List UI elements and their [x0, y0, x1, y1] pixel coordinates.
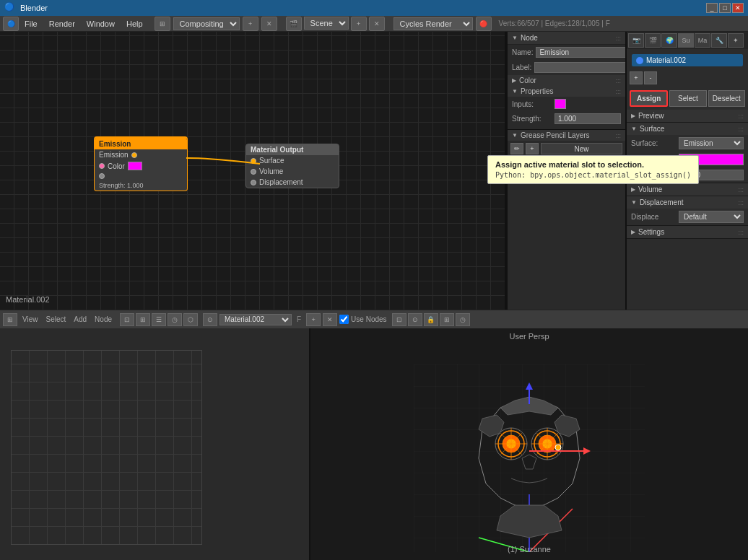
- minimize-button[interactable]: _: [706, 3, 718, 13]
- output-displacement-row: Displacement: [246, 177, 339, 188]
- remove-icon[interactable]: ✕: [323, 313, 337, 326]
- tab-world[interactable]: 🌍: [661, 33, 677, 48]
- emission-node-header: Emission: [95, 139, 187, 149]
- preview-collapse: ▶: [631, 113, 635, 119]
- strength-input-socket[interactable]: [99, 173, 105, 179]
- assign-button[interactable]: Assign: [630, 90, 668, 107]
- menu-bar: 🔵 File Render Window Help ⊞ Compositing …: [0, 16, 748, 32]
- app-title: Blender: [20, 4, 706, 12]
- node-section-title: Node: [521, 34, 538, 42]
- tab-object[interactable]: Su: [678, 33, 694, 48]
- displace-select[interactable]: Default: [679, 211, 744, 223]
- tab-constraints[interactable]: Ma: [695, 33, 710, 48]
- preview-section: ▶ Preview :::: [627, 110, 748, 123]
- add-scene[interactable]: +: [351, 17, 367, 31]
- node-editor[interactable]: Emission Emission Color Strength: 1.000 …: [0, 32, 506, 310]
- extra-icon5[interactable]: ◷: [456, 313, 470, 326]
- volume-header[interactable]: ▶ Volume :::: [627, 183, 748, 196]
- color-swatch[interactable]: [128, 162, 142, 170]
- menu-render[interactable]: Render: [43, 18, 81, 30]
- add-label[interactable]: Add: [71, 315, 90, 323]
- settings-header[interactable]: ▶ Settings :::: [627, 226, 748, 238]
- displacement-socket[interactable]: [251, 180, 256, 185]
- append-icon[interactable]: +: [306, 313, 321, 326]
- color-section[interactable]: ▶ Color :::: [508, 75, 625, 86]
- assign-button-container: Assign Select Deselect: [627, 87, 748, 110]
- extra-icon2[interactable]: ⊙: [408, 313, 422, 326]
- volume-section: ▶ Volume :::: [627, 183, 748, 196]
- viewport-3d[interactable]: User Persp: [310, 328, 748, 560]
- menu-file[interactable]: File: [19, 18, 43, 30]
- material-node-select[interactable]: Material.002: [219, 314, 292, 325]
- color-input-socket[interactable]: [99, 163, 105, 169]
- select-label[interactable]: Select: [43, 315, 69, 323]
- node-label-input[interactable]: [534, 62, 625, 73]
- node-name-label: Name:: [512, 48, 533, 56]
- node-view-icon3[interactable]: ☰: [152, 313, 166, 326]
- node-toolbar-icon[interactable]: ⊞: [3, 313, 17, 326]
- extra-icon4[interactable]: ⊞: [440, 313, 454, 326]
- close-button[interactable]: ✕: [732, 3, 744, 13]
- surface-select[interactable]: Emission: [679, 137, 744, 149]
- header-icon-1[interactable]: ⊞: [155, 17, 170, 31]
- suzanne-svg: [414, 364, 645, 552]
- select-button[interactable]: Select: [669, 90, 706, 107]
- emission-strength-row: [95, 172, 187, 180]
- workspace-select[interactable]: Compositing: [173, 17, 240, 30]
- emission-color-row: Color: [95, 160, 187, 172]
- use-nodes-checkbox[interactable]: [339, 315, 349, 324]
- menu-window[interactable]: Window: [81, 18, 121, 30]
- svg-point-30: [555, 445, 561, 450]
- material-slot-name: Material.002: [646, 56, 686, 64]
- surface-header[interactable]: ▼ Surface :::: [627, 123, 748, 135]
- stats-text: Verts:66/507 | Edges:128/1,005 | F: [499, 19, 610, 27]
- tab-render[interactable]: 📷: [628, 33, 644, 48]
- extra-icon3[interactable]: 🔒: [424, 313, 438, 326]
- far-right-panel: 📷 🎬 🌍 Su Ma 🔧 ✦ Material.002 + - Assign …: [625, 32, 748, 310]
- node-view-icon1[interactable]: ⊡: [120, 313, 134, 326]
- menu-help[interactable]: Help: [121, 18, 149, 30]
- node-view-icon4[interactable]: ◷: [168, 313, 182, 326]
- volume-label: Volume: [259, 167, 283, 175]
- strength-input[interactable]: [555, 113, 621, 124]
- properties-section[interactable]: ▼ Properties :::: [508, 86, 625, 97]
- output-node[interactable]: Material Output Surface Volume Displacem…: [245, 144, 339, 188]
- surface-socket[interactable]: [251, 158, 256, 164]
- inputs-row: Inputs:: [508, 97, 625, 111]
- strength-label: Strength:: [512, 115, 552, 123]
- emission-node[interactable]: Emission Emission Color Strength: 1.000: [94, 136, 188, 191]
- preview-header[interactable]: ▶ Preview :::: [627, 110, 748, 122]
- add-workspace[interactable]: +: [243, 17, 258, 31]
- node-view-icon5[interactable]: ⬡: [183, 313, 198, 326]
- node-tool-icon[interactable]: ⊙: [203, 313, 217, 326]
- image-editor-panel[interactable]: [0, 328, 310, 560]
- remove-scene[interactable]: ✕: [369, 17, 385, 31]
- view-label[interactable]: View: [19, 315, 41, 323]
- node-label[interactable]: Node: [92, 315, 115, 323]
- add-material-icon[interactable]: +: [630, 71, 643, 84]
- volume-socket[interactable]: [251, 169, 256, 175]
- material-slot[interactable]: Material.002: [632, 54, 743, 66]
- maximize-button[interactable]: □: [719, 3, 731, 13]
- displacement-header[interactable]: ▼ Displacement :::: [627, 196, 748, 209]
- close-workspace[interactable]: ✕: [261, 17, 277, 31]
- node-editor-toolbar: ⊞ View Select Add Node ⊡ ⊞ ☰ ◷ ⬡ ⊙ Mater…: [0, 310, 748, 328]
- node-view-icon2[interactable]: ⊞: [136, 313, 150, 326]
- gp-pencil-icon[interactable]: ✏: [510, 143, 523, 154]
- emission-label: Emission: [99, 151, 129, 159]
- tab-scene[interactable]: 🎬: [645, 33, 661, 48]
- gp-new-button[interactable]: New: [541, 143, 622, 154]
- tab-modifier[interactable]: 🔧: [711, 33, 727, 48]
- grease-pencil-header[interactable]: ▼ Grease Pencil Layers :::: [508, 130, 625, 141]
- deselect-button[interactable]: Deselect: [708, 90, 745, 107]
- tab-particles[interactable]: ✦: [728, 33, 744, 48]
- render-engine-select[interactable]: Cycles Render: [393, 17, 473, 30]
- remove-material-icon[interactable]: -: [644, 71, 657, 84]
- node-name-input[interactable]: [536, 47, 625, 58]
- scene-icon[interactable]: 🎬: [286, 17, 302, 31]
- scene-select[interactable]: Scene: [304, 17, 349, 30]
- emission-output-socket[interactable]: [131, 152, 137, 158]
- extra-icon1[interactable]: ⊡: [392, 313, 406, 326]
- inputs-color-swatch[interactable]: [555, 99, 566, 109]
- gp-add-icon[interactable]: +: [526, 143, 539, 154]
